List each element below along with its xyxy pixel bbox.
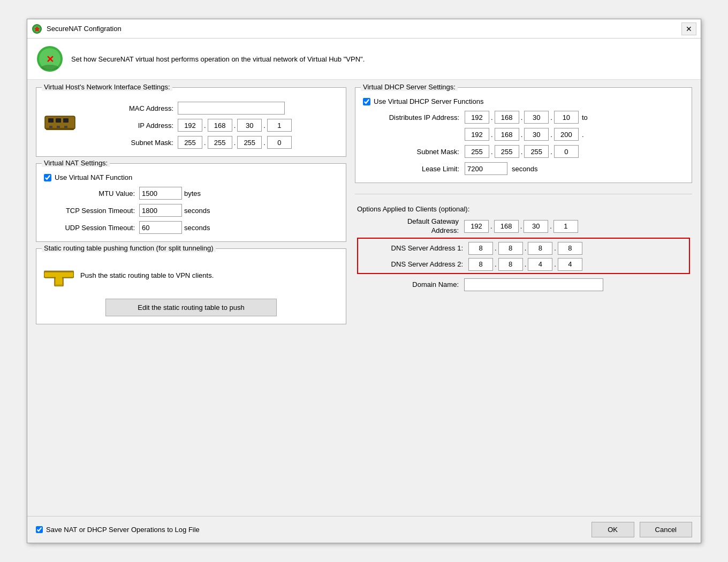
svg-text:⛤: ⛤ (34, 26, 40, 32)
use-dhcp-checkbox[interactable] (363, 98, 370, 105)
gateway-label: Default GatewayAddress: (357, 217, 459, 236)
dns2-2[interactable] (498, 258, 523, 271)
svg-rect-19 (44, 270, 74, 272)
ip-octet-1[interactable] (178, 119, 202, 132)
bottom-left: Save NAT or DHCP Server Operations to Lo… (36, 526, 586, 534)
dhcp-subnet-2[interactable] (495, 145, 519, 158)
dns1-row: DNS Server Address 1: . . . (361, 242, 686, 255)
nic-icon (44, 112, 76, 135)
divider (355, 194, 692, 194)
dist-label: Distributes IP Address: (363, 113, 459, 121)
ip-octet-2[interactable] (208, 119, 232, 132)
domain-row: Domain Name: (357, 278, 690, 291)
close-button[interactable]: ✕ (681, 22, 696, 35)
svg-rect-10 (63, 118, 69, 123)
dns1-2[interactable] (498, 242, 523, 255)
svg-point-6 (41, 65, 58, 70)
mac-input[interactable] (178, 102, 285, 115)
dist-to-group: . . . (465, 128, 579, 141)
main-window: ⛤ SecureNAT Configration ✕ ✕ Set how Sec… (27, 19, 701, 543)
dist-to-4[interactable] (554, 128, 579, 141)
dist-to-1[interactable] (465, 128, 489, 141)
lease-label: Lease Limit: (363, 165, 459, 173)
dist-ip-row: Distributes IP Address: . . . to (363, 111, 684, 124)
use-dhcp-label: Use Virtual DHCP Server Functions (374, 97, 483, 105)
ok-button[interactable]: OK (592, 522, 634, 537)
dns1-1[interactable] (468, 242, 493, 255)
dist-from-3[interactable] (524, 111, 549, 124)
use-nat-checkbox[interactable] (44, 174, 51, 181)
subnet-label: Subnet Mask: (82, 139, 173, 147)
subnet-input-group: . . . (178, 136, 292, 149)
tcp-label: TCP Session Timeout: (44, 207, 135, 215)
gw-1[interactable] (464, 220, 489, 233)
routing-icon-area: Push the static routing table to VPN cli… (44, 260, 338, 291)
title-bar: ⛤ SecureNAT Configration ✕ (27, 19, 701, 39)
bottom-bar: Save NAT or DHCP Server Operations to Lo… (27, 516, 701, 543)
ip-input-group: . . . (178, 119, 292, 132)
dhcp-subnet-row: Subnet Mask: . . . (363, 145, 684, 158)
header-logo: ✕ (36, 45, 64, 73)
dns1-group: . . . (468, 242, 582, 255)
header-description: Set how SecureNAT virtual host performs … (71, 55, 365, 63)
to-label: to (582, 113, 588, 121)
svg-text:✕: ✕ (46, 54, 54, 65)
use-dhcp-checkbox-row: Use Virtual DHCP Server Functions (363, 97, 684, 105)
subnet-octet-4[interactable] (267, 136, 292, 149)
use-nat-checkbox-row: Use Virtual NAT Function (44, 173, 338, 181)
dist-from-1[interactable] (465, 111, 489, 124)
dhcp-subnet-4[interactable] (554, 145, 579, 158)
dist-to-2[interactable] (495, 128, 519, 141)
tcp-row: TCP Session Timeout: seconds (44, 204, 338, 217)
dist-from-group: . . . (465, 111, 579, 124)
subnet-octet-3[interactable] (237, 136, 262, 149)
dns2-4[interactable] (558, 258, 582, 271)
virtual-host-group: Virtual Host's Network Interface Setting… (36, 87, 346, 157)
nic-row: MAC Address: IP Address: . . (44, 97, 338, 149)
gateway-row: Default GatewayAddress: . . . (357, 217, 690, 236)
dhcp-subnet-label: Subnet Mask: (363, 148, 459, 156)
gw-2[interactable] (494, 220, 519, 233)
dhcp-subnet-3[interactable] (524, 145, 549, 158)
subnet-row: Subnet Mask: . . . (82, 136, 338, 149)
save-log-label: Save NAT or DHCP Server Operations to Lo… (46, 526, 200, 534)
dist-from-4[interactable] (554, 111, 579, 124)
udp-input[interactable] (139, 221, 182, 234)
dist-to-row: . . . . (363, 128, 684, 141)
dns1-4[interactable] (558, 242, 582, 255)
udp-row: UDP Session Timeout: seconds (44, 221, 338, 234)
dist-from-2[interactable] (495, 111, 519, 124)
pipe-icon (44, 263, 74, 288)
static-routing-title: Static routing table pushing function (f… (42, 244, 216, 252)
ip-octet-4[interactable] (267, 119, 292, 132)
virtual-nat-group: Virtual NAT Settings: Use Virtual NAT Fu… (36, 163, 346, 242)
dns2-3[interactable] (528, 258, 552, 271)
gw-3[interactable] (524, 220, 548, 233)
mtu-input[interactable] (139, 187, 182, 200)
save-log-checkbox[interactable] (36, 526, 43, 533)
domain-input[interactable] (464, 278, 603, 291)
subnet-octet-1[interactable] (178, 136, 202, 149)
ip-row: IP Address: . . . (82, 119, 338, 132)
edit-routing-button[interactable]: Edit the static routing table to push (105, 299, 277, 316)
mtu-unit: bytes (184, 189, 201, 198)
static-routing-group: Static routing table pushing function (f… (36, 248, 346, 324)
cancel-button[interactable]: Cancel (640, 522, 692, 537)
ip-octet-3[interactable] (237, 119, 262, 132)
dist-to-3[interactable] (524, 128, 549, 141)
dhcp-subnet-1[interactable] (465, 145, 489, 158)
subnet-octet-2[interactable] (208, 136, 232, 149)
routing-description: Push the static routing table to VPN cli… (80, 271, 214, 279)
mac-label: MAC Address: (82, 104, 173, 112)
dns2-group: . . . (468, 258, 582, 271)
mac-row: MAC Address: (82, 102, 338, 115)
lease-input[interactable] (465, 162, 507, 175)
dhcp-title: Virtual DHCP Server Settings: (361, 83, 458, 91)
domain-label: Domain Name: (357, 280, 459, 288)
udp-unit: seconds (184, 224, 210, 232)
lease-row: Lease Limit: seconds (363, 162, 684, 175)
dns1-3[interactable] (528, 242, 552, 255)
dns2-1[interactable] (468, 258, 493, 271)
gw-4[interactable] (553, 220, 578, 233)
tcp-input[interactable] (139, 204, 182, 217)
